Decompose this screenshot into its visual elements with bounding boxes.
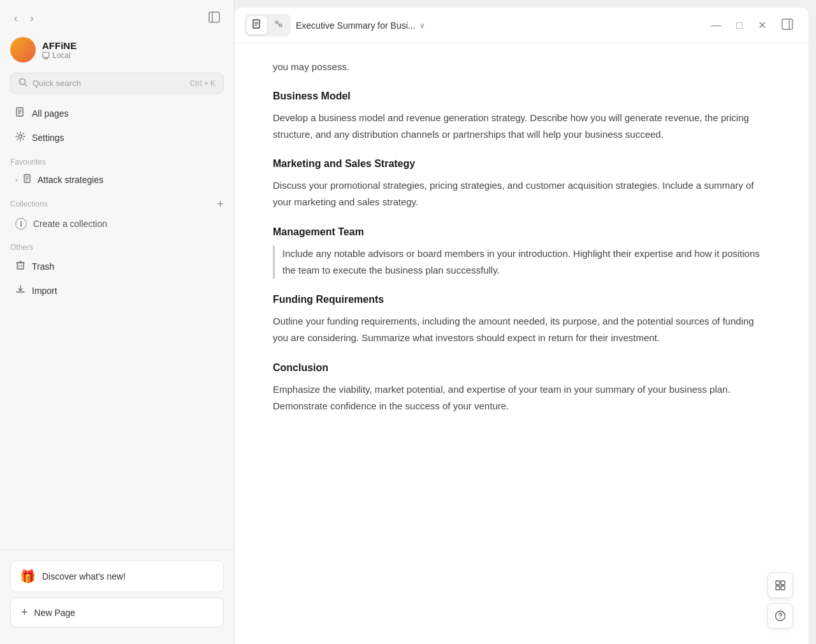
document-body: you may possess. Business Model Develop … xyxy=(235,43,808,644)
section-funding-requirements: Funding Requirements Outline your fundin… xyxy=(273,294,770,347)
body-business-model: Develop a business model and revenue gen… xyxy=(273,110,770,143)
monitor-icon xyxy=(42,52,50,59)
workspace-info: AFFiNE Local xyxy=(42,40,76,60)
svg-line-7 xyxy=(25,84,27,87)
trash-label: Trash xyxy=(32,261,54,272)
trash-icon xyxy=(15,260,26,273)
all-pages-label: All pages xyxy=(32,108,69,119)
discover-banner[interactable]: 🎁 Discover what's new! xyxy=(10,560,224,592)
search-shortcut: Ctrl + K xyxy=(190,79,215,88)
sidebar-top-bar: ‹ › xyxy=(0,8,234,32)
discover-text: Discover what's new! xyxy=(42,571,126,582)
svg-rect-0 xyxy=(209,12,219,22)
svg-rect-33 xyxy=(776,586,780,590)
create-collection-icon: ℹ xyxy=(15,218,27,230)
import-icon xyxy=(15,284,26,297)
page-view-button[interactable] xyxy=(247,16,267,34)
sidebar-item-settings[interactable]: Settings xyxy=(5,126,229,149)
sidebar-item-import[interactable]: Import xyxy=(5,279,229,302)
forward-button[interactable]: › xyxy=(26,11,37,26)
heading-funding-requirements: Funding Requirements xyxy=(273,294,770,305)
settings-label: Settings xyxy=(32,133,64,143)
sidebar-toggle-button[interactable] xyxy=(205,10,224,27)
create-collection-label: Create a collection xyxy=(33,219,107,229)
svg-point-27 xyxy=(279,24,282,27)
sidebar-bottom: 🎁 Discover what's new! + New Page xyxy=(0,550,234,636)
avatar xyxy=(10,37,36,62)
nav-arrows: ‹ › xyxy=(10,11,38,26)
document-title: Executive Summary for Busi... xyxy=(296,20,416,31)
collections-header: Collections + xyxy=(0,191,234,212)
close-button[interactable]: ✕ xyxy=(753,17,771,34)
heading-marketing-sales: Marketing and Sales Strategy xyxy=(273,158,770,170)
gift-icon: 🎁 xyxy=(20,569,36,584)
minimize-button[interactable]: — xyxy=(706,17,726,34)
heading-business-model: Business Model xyxy=(273,91,770,102)
attack-strategies-label: Attack strategies xyxy=(38,175,104,185)
create-collection-item[interactable]: ℹ Create a collection xyxy=(5,213,229,235)
help-button[interactable] xyxy=(768,603,793,629)
settings-icon xyxy=(15,131,26,144)
svg-point-12 xyxy=(19,135,22,138)
workspace-name: AFFiNE xyxy=(42,40,76,51)
search-icon xyxy=(18,78,27,89)
svg-rect-2 xyxy=(43,52,49,57)
favourites-label: Favourites xyxy=(0,150,234,169)
new-page-label: New Page xyxy=(34,608,76,618)
doc-intro-text: you may possess. xyxy=(273,59,770,75)
body-marketing-sales: Discuss your promotional strategies, pri… xyxy=(273,177,770,211)
sidebar-item-attack-strategies[interactable]: › Attack strategies xyxy=(5,170,229,190)
others-label: Others xyxy=(0,235,234,254)
section-business-model: Business Model Develop a business model … xyxy=(273,91,770,143)
svg-rect-31 xyxy=(776,581,780,585)
plus-icon: + xyxy=(21,606,28,619)
section-management-team: Management Team Include any notable advi… xyxy=(273,226,770,279)
window-controls: — □ ✕ xyxy=(706,17,771,34)
svg-rect-17 xyxy=(17,263,24,269)
main-content: Executive Summary for Busi... ∨ — □ ✕ yo… xyxy=(235,8,808,644)
page-icon xyxy=(23,174,33,186)
svg-rect-29 xyxy=(782,19,792,29)
svg-rect-32 xyxy=(781,581,785,585)
sidebar: ‹ › AFFiNE Local xyxy=(0,0,235,644)
body-management-team: Include any notable advisors or board me… xyxy=(273,245,770,279)
grid-view-button[interactable] xyxy=(768,573,793,598)
chevron-right-icon: › xyxy=(15,176,18,184)
section-conclusion: Conclusion Emphasize the viability, mark… xyxy=(273,362,770,415)
workspace-local: Local xyxy=(42,51,76,60)
sidebar-item-trash[interactable]: Trash xyxy=(5,255,229,278)
section-marketing-sales: Marketing and Sales Strategy Discuss you… xyxy=(273,158,770,211)
svg-rect-34 xyxy=(781,586,785,590)
maximize-button[interactable]: □ xyxy=(731,17,748,34)
svg-point-26 xyxy=(275,21,278,24)
import-label: Import xyxy=(32,286,57,296)
all-pages-icon xyxy=(15,107,26,120)
back-button[interactable]: ‹ xyxy=(10,11,21,26)
title-chevron-icon: ∨ xyxy=(419,21,425,30)
title-area: Executive Summary for Busi... ∨ xyxy=(296,20,701,31)
sidebar-item-all-pages[interactable]: All pages xyxy=(5,102,229,125)
titlebar: Executive Summary for Busi... ∨ — □ ✕ xyxy=(235,8,808,43)
search-placeholder-text: Quick search xyxy=(33,78,185,88)
search-bar[interactable]: Quick search Ctrl + K xyxy=(10,73,224,94)
body-conclusion: Emphasize the viability, market potentia… xyxy=(273,381,770,415)
edgeless-view-button[interactable] xyxy=(268,16,289,34)
floating-toolbar xyxy=(768,573,793,629)
collections-label: Collections xyxy=(10,200,48,209)
workspace-section[interactable]: AFFiNE Local xyxy=(0,32,234,70)
heading-management-team: Management Team xyxy=(273,226,770,238)
right-sidebar-toggle[interactable] xyxy=(776,16,798,35)
svg-point-36 xyxy=(780,618,781,619)
heading-conclusion: Conclusion xyxy=(273,362,770,374)
body-funding-requirements: Outline your funding requirements, inclu… xyxy=(273,313,770,347)
svg-line-28 xyxy=(278,22,279,26)
new-page-button[interactable]: + New Page xyxy=(10,597,224,627)
add-collection-button[interactable]: + xyxy=(217,198,224,210)
view-toggle xyxy=(245,14,291,36)
